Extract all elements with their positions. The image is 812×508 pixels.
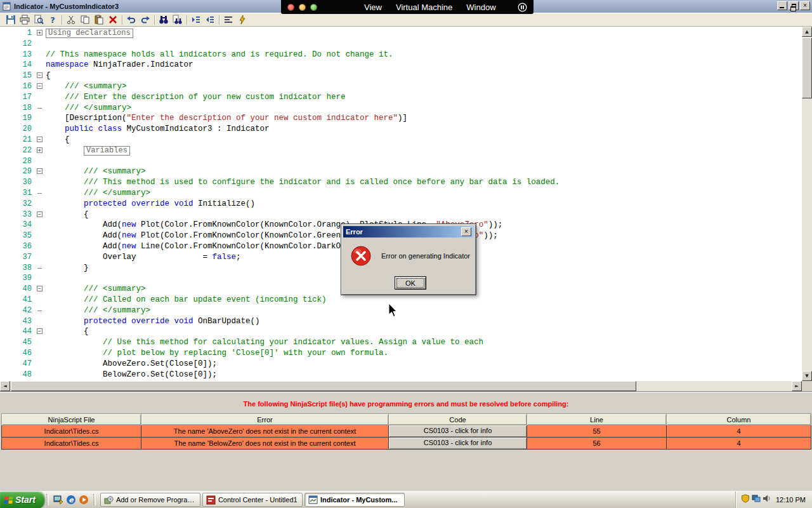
security-shield-icon[interactable] xyxy=(741,494,750,505)
save-button[interactable] xyxy=(4,14,18,26)
menu-virtual-machine[interactable]: Virtual Machine xyxy=(396,3,452,12)
print-preview-button[interactable] xyxy=(32,14,46,26)
collapse-icon[interactable]: − xyxy=(37,168,43,174)
menu-window[interactable]: Window xyxy=(466,3,495,12)
error-column-header[interactable]: NinjaScript File xyxy=(2,414,141,425)
fold-column[interactable]: − xyxy=(36,166,46,177)
compile-button[interactable] xyxy=(235,14,249,26)
code-line[interactable]: 1+Using declarations xyxy=(5,28,802,39)
code-line[interactable]: 43 protected override void OnBarUpdate() xyxy=(5,316,802,327)
collapse-icon[interactable]: − xyxy=(37,211,43,217)
redo-button[interactable] xyxy=(138,14,152,26)
undo-button[interactable] xyxy=(124,14,138,26)
taskband-handle[interactable] xyxy=(93,494,96,505)
close-traffic-icon[interactable] xyxy=(287,4,294,11)
vm-status-icon[interactable] xyxy=(752,494,761,505)
collapse-icon[interactable]: − xyxy=(37,83,43,89)
internet-explorer-button[interactable]: e xyxy=(65,493,77,506)
pause-icon[interactable] xyxy=(518,3,527,12)
ok-button[interactable]: OK xyxy=(395,276,426,290)
code-line[interactable]: 45 // Use this method for calculating yo… xyxy=(5,337,802,348)
scroll-up-icon[interactable]: ▲ xyxy=(802,27,812,37)
error-cell-code[interactable]: CS0103 - click for info xyxy=(389,425,527,438)
expand-icon[interactable]: + xyxy=(37,30,43,36)
restore-button[interactable] xyxy=(789,1,799,10)
paste-button[interactable] xyxy=(92,14,106,26)
editor-lines[interactable]: 1+Using declarations1213// This namespac… xyxy=(0,28,802,381)
collapse-icon[interactable]: − xyxy=(37,72,43,78)
code-line[interactable]: 16− /// <summary> xyxy=(5,81,802,92)
code-line[interactable]: 31 /// </summary> xyxy=(5,188,802,199)
error-column-header[interactable]: Error xyxy=(141,414,389,425)
taskbar-window-button[interactable]: Indicator - MyCustom... xyxy=(304,493,405,507)
scroll-right-icon[interactable]: ► xyxy=(792,381,802,391)
fold-column[interactable]: + xyxy=(36,28,46,39)
code-line[interactable]: 18 /// </summary> xyxy=(5,103,802,114)
collapse-icon[interactable]: − xyxy=(37,137,43,142)
code-line[interactable]: 12 xyxy=(5,39,802,50)
error-code-button[interactable]: CS0103 - click for info xyxy=(389,425,527,437)
horizontal-scrollbar[interactable]: ◄ ► xyxy=(0,381,802,391)
cut-button[interactable] xyxy=(64,14,78,26)
start-button[interactable]: Start xyxy=(0,491,44,508)
code-line[interactable]: 28 xyxy=(5,156,802,167)
fold-column[interactable]: − xyxy=(36,210,46,220)
code-line[interactable]: 30 /// This method is used to configure … xyxy=(5,177,802,188)
code-line[interactable]: 20 public class MyCustomIndicator3 : Ind… xyxy=(5,124,802,135)
taskbar-window-button[interactable]: Add or Remove Programs xyxy=(100,493,200,507)
volume-icon[interactable] xyxy=(763,494,771,505)
code-line[interactable]: 33− { xyxy=(5,210,802,220)
fold-column[interactable]: − xyxy=(36,326,46,337)
collapse-icon[interactable]: − xyxy=(37,286,43,291)
scroll-left-icon[interactable]: ◄ xyxy=(0,381,10,391)
code-line[interactable]: 48 BelowZero.Set(Close[0]); xyxy=(5,370,802,380)
zoom-traffic-icon[interactable] xyxy=(310,4,317,11)
dialog-close-button[interactable]: × xyxy=(461,227,471,236)
error-code-button[interactable]: CS0103 - click for info xyxy=(389,438,527,449)
horizontal-scroll-thumb[interactable] xyxy=(11,381,636,391)
fold-column[interactable]: − xyxy=(36,81,46,92)
error-row[interactable]: Indicator\Tides.csThe name 'BelowZero' d… xyxy=(2,438,811,450)
code-line[interactable]: 15−{ xyxy=(5,70,802,81)
fold-column[interactable]: − xyxy=(36,284,46,295)
minimize-button[interactable] xyxy=(777,1,787,10)
code-line[interactable]: 42 /// </summary> xyxy=(5,305,802,316)
expand-icon[interactable]: + xyxy=(37,147,43,153)
show-desktop-button[interactable] xyxy=(52,493,65,506)
code-line[interactable]: 14namespace NinjaTrader.Indicator xyxy=(5,60,802,70)
code-line[interactable]: 29− /// <summary> xyxy=(5,166,802,177)
minimize-traffic-icon[interactable] xyxy=(299,4,306,11)
indent-button[interactable] xyxy=(189,14,203,26)
collapse-icon[interactable]: − xyxy=(37,328,43,334)
code-line[interactable]: 44− { xyxy=(5,326,802,337)
find-button[interactable] xyxy=(157,14,171,26)
error-row[interactable]: Indicator\Tides.csThe name 'AboveZero' d… xyxy=(2,425,811,438)
help-button[interactable]: ? xyxy=(46,14,60,26)
align-button[interactable] xyxy=(221,14,235,26)
fold-column[interactable]: − xyxy=(36,135,46,145)
delete-button[interactable] xyxy=(106,14,120,26)
menu-view[interactable]: View xyxy=(364,3,382,12)
code-line[interactable]: 46 // plot below by replacing 'Close[0]'… xyxy=(5,348,802,359)
copy-button[interactable] xyxy=(78,14,92,26)
error-cell-code[interactable]: CS0103 - click for info xyxy=(389,438,527,450)
fold-column[interactable]: − xyxy=(36,70,46,81)
code-line[interactable]: 47 AboveZero.Set(Close[0]); xyxy=(5,359,802,370)
code-line[interactable]: 13// This namespace holds all indicators… xyxy=(5,50,802,60)
code-line[interactable]: 32 protected override void Initialize() xyxy=(5,199,802,210)
outdent-button[interactable] xyxy=(203,14,217,26)
code-editor[interactable]: 1+Using declarations1213// This namespac… xyxy=(0,27,812,391)
print-button[interactable] xyxy=(18,14,32,26)
quick-launch-handle[interactable] xyxy=(46,494,49,505)
code-line[interactable]: 21− { xyxy=(5,135,802,145)
find-in-files-button[interactable] xyxy=(171,14,185,26)
vertical-scrollbar[interactable]: ▲ ▼ xyxy=(802,27,812,381)
error-column-header[interactable]: Line xyxy=(527,414,667,425)
close-button[interactable]: × xyxy=(800,1,810,10)
error-column-header[interactable]: Code xyxy=(389,414,527,425)
fold-column[interactable]: + xyxy=(36,145,46,156)
vertical-scroll-thumb[interactable] xyxy=(802,37,812,98)
scroll-down-icon[interactable]: ▼ xyxy=(802,371,812,381)
code-line[interactable]: 41 /// Called on each bar update event (… xyxy=(5,295,802,305)
error-column-header[interactable]: Column xyxy=(667,414,811,425)
